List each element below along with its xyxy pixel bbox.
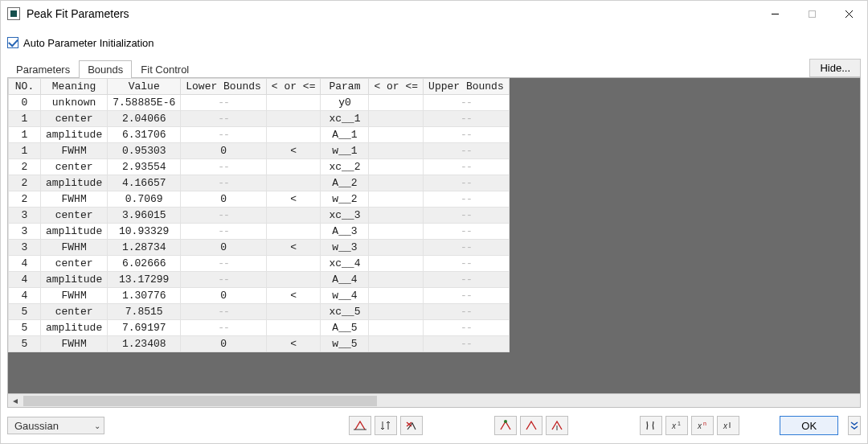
table-cell[interactable]: w__5: [321, 336, 369, 352]
scroll-thumb[interactable]: [23, 396, 377, 406]
table-cell[interactable]: [369, 208, 424, 224]
table-cell[interactable]: [369, 240, 424, 256]
table-cell[interactable]: [266, 175, 321, 191]
table-cell[interactable]: FWHM: [41, 288, 108, 304]
table-cell[interactable]: FWHM: [41, 336, 108, 352]
table-cell[interactable]: --: [424, 143, 510, 159]
table-cell[interactable]: 2.93554: [108, 159, 181, 175]
table-cell[interactable]: [369, 143, 424, 159]
table-cell[interactable]: w__2: [321, 191, 369, 208]
table-cell[interactable]: amplitude: [41, 175, 108, 191]
table-cell[interactable]: 5: [9, 320, 41, 336]
table-cell[interactable]: --: [424, 288, 510, 304]
table-cell[interactable]: [369, 288, 424, 304]
table-cell[interactable]: center: [41, 256, 108, 272]
fix-peak-button[interactable]: [494, 416, 517, 435]
table-row[interactable]: 2center2.93554--xc__2--: [9, 159, 510, 175]
expand-toggle-button[interactable]: [848, 416, 861, 435]
table-cell[interactable]: --: [424, 256, 510, 272]
col-header[interactable]: Meaning: [41, 79, 108, 95]
table-cell[interactable]: w__4: [321, 288, 369, 304]
table-cell[interactable]: 7.58885E-6: [108, 95, 181, 111]
table-cell[interactable]: unknown: [41, 95, 108, 111]
table-cell[interactable]: 1.28734: [108, 240, 181, 256]
table-cell[interactable]: 10.93329: [108, 224, 181, 240]
table-cell[interactable]: 1.23408: [108, 336, 181, 352]
minimize-button[interactable]: [756, 1, 793, 27]
show-residuals-button[interactable]: x: [717, 416, 739, 435]
table-cell[interactable]: FWHM: [41, 143, 108, 159]
table-cell[interactable]: --: [424, 336, 510, 352]
table-cell[interactable]: <: [266, 336, 321, 352]
table-cell[interactable]: 1: [9, 143, 41, 159]
table-cell[interactable]: amplitude: [41, 320, 108, 336]
table-cell[interactable]: [369, 127, 424, 143]
table-cell[interactable]: 3: [9, 208, 41, 224]
table-cell[interactable]: 3: [9, 224, 41, 240]
table-cell[interactable]: --: [424, 111, 510, 127]
table-cell[interactable]: --: [181, 272, 267, 288]
table-row[interactable]: 1FWHM0.953030<w__1--: [9, 143, 510, 159]
table-row[interactable]: 3FWHM1.287340<w__3--: [9, 240, 510, 256]
table-cell[interactable]: --: [181, 175, 267, 191]
table-cell[interactable]: center: [41, 159, 108, 175]
bounds-table-scroll[interactable]: NO.MeaningValueLower Bounds< or <=Param<…: [8, 78, 860, 393]
table-cell[interactable]: 6.31706: [108, 127, 181, 143]
remove-baseline-button[interactable]: [546, 416, 568, 435]
table-cell[interactable]: <: [266, 143, 321, 159]
table-cell[interactable]: xc__1: [321, 111, 369, 127]
table-cell[interactable]: 0: [181, 288, 267, 304]
table-cell[interactable]: 0: [9, 95, 41, 111]
col-header[interactable]: Upper Bounds: [424, 79, 510, 95]
table-row[interactable]: 4amplitude13.17299--A__4--: [9, 272, 510, 288]
scroll-left-icon[interactable]: ◂: [8, 394, 22, 408]
table-cell[interactable]: A__3: [321, 224, 369, 240]
table-cell[interactable]: w__1: [321, 143, 369, 159]
table-cell[interactable]: [369, 272, 424, 288]
table-cell[interactable]: 0.7069: [108, 191, 181, 208]
table-cell[interactable]: --: [424, 175, 510, 191]
table-row[interactable]: 0unknown7.58885E-6--y0--: [9, 95, 510, 111]
auto-init-checkbox[interactable]: [7, 37, 18, 48]
table-cell[interactable]: xc__2: [321, 159, 369, 175]
table-cell[interactable]: 0: [181, 240, 267, 256]
table-cell[interactable]: [369, 320, 424, 336]
sort-peaks-button[interactable]: [375, 416, 397, 435]
table-cell[interactable]: center: [41, 111, 108, 127]
table-cell[interactable]: [266, 208, 321, 224]
table-cell[interactable]: [369, 159, 424, 175]
table-cell[interactable]: amplitude: [41, 224, 108, 240]
table-cell[interactable]: [369, 191, 424, 208]
table-cell[interactable]: A__1: [321, 127, 369, 143]
table-cell[interactable]: [266, 224, 321, 240]
table-row[interactable]: 2amplitude4.16657--A__2--: [9, 175, 510, 191]
table-cell[interactable]: 1: [9, 111, 41, 127]
tab-bounds[interactable]: Bounds: [79, 60, 132, 78]
table-row[interactable]: 1amplitude6.31706--A__1--: [9, 127, 510, 143]
table-cell[interactable]: 5: [9, 304, 41, 320]
table-cell[interactable]: --: [181, 208, 267, 224]
table-cell[interactable]: <: [266, 191, 321, 208]
table-cell[interactable]: --: [181, 256, 267, 272]
table-row[interactable]: 5amplitude7.69197--A__5--: [9, 320, 510, 336]
table-cell[interactable]: A__4: [321, 272, 369, 288]
col-header[interactable]: < or <=: [369, 79, 424, 95]
table-cell[interactable]: 1.30776: [108, 288, 181, 304]
table-cell[interactable]: 2.04066: [108, 111, 181, 127]
table-cell[interactable]: 0: [181, 336, 267, 352]
calc-chi-button[interactable]: [640, 416, 662, 435]
table-cell[interactable]: [266, 272, 321, 288]
table-cell[interactable]: 3: [9, 240, 41, 256]
one-iteration-button[interactable]: x1: [665, 416, 688, 435]
fit-until-converge-button[interactable]: xn: [691, 416, 714, 435]
table-cell[interactable]: 2: [9, 191, 41, 208]
table-cell[interactable]: [369, 336, 424, 352]
table-cell[interactable]: 1: [9, 127, 41, 143]
table-cell[interactable]: 4.16657: [108, 175, 181, 191]
table-cell[interactable]: 6.02666: [108, 256, 181, 272]
table-cell[interactable]: center: [41, 304, 108, 320]
table-cell[interactable]: [369, 304, 424, 320]
table-cell[interactable]: 4: [9, 272, 41, 288]
table-cell[interactable]: --: [181, 111, 267, 127]
col-header[interactable]: Value: [108, 79, 181, 95]
